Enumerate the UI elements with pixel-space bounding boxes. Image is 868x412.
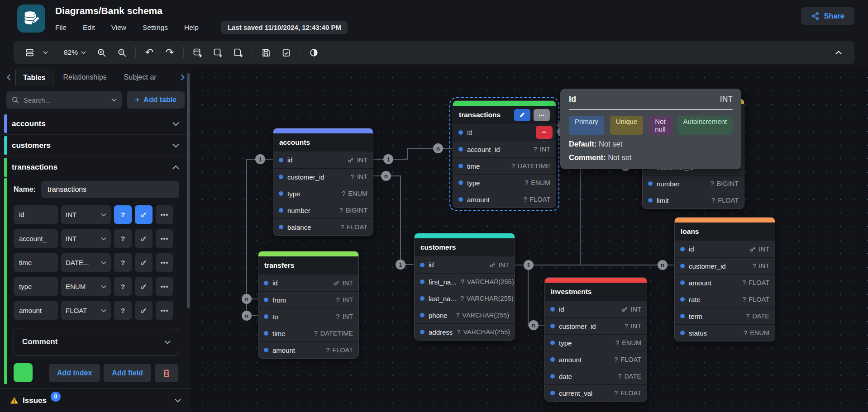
table-field-row[interactable]: amount?FLOAT (675, 274, 775, 291)
share-button[interactable]: Share (801, 7, 854, 25)
table-field-row[interactable]: type?ENUM (273, 185, 373, 202)
table-field-row[interactable]: type?ENUM (453, 174, 556, 191)
table-color-swatch[interactable] (14, 363, 33, 382)
zoom-in-button[interactable] (95, 46, 108, 59)
table-field-row[interactable]: amount?FLOAT (258, 341, 358, 358)
field-type-dropdown[interactable]: ENUM (61, 277, 111, 296)
diagram-canvas[interactable]: 1nn1nn11nnnn customer_id?INTnumber?BIGIN… (191, 68, 868, 412)
add-field-button[interactable]: Add field (104, 364, 151, 382)
add-index-button[interactable]: Add index (49, 364, 100, 382)
menu-item-file[interactable]: File (55, 24, 67, 32)
field-more-button[interactable]: ••• (156, 277, 173, 296)
collapse-toolbar-button[interactable] (832, 46, 845, 59)
table-title-bar[interactable]: investments (545, 283, 647, 301)
table-field-row[interactable]: number?BIGINT (273, 202, 373, 218)
primary-key-toggle[interactable] (135, 301, 153, 320)
table-field-row[interactable]: customer_id?INT (545, 317, 647, 334)
table-field-row[interactable]: current_val?FLOAT (545, 384, 647, 401)
field-type-dropdown[interactable]: FLOAT (61, 301, 111, 320)
primary-key-toggle[interactable] (135, 229, 153, 248)
table-field-row[interactable]: address?VARCHAR(255) (415, 323, 515, 340)
nullable-toggle[interactable]: ? (114, 301, 132, 320)
field-more-button[interactable]: ••• (156, 205, 173, 224)
field-name-input[interactable]: account_ (14, 229, 58, 248)
field-type-dropdown[interactable]: INT (61, 229, 111, 248)
table-field-row[interactable]: idINT (415, 256, 515, 273)
nullable-toggle[interactable]: ? (114, 205, 132, 224)
tab-tables[interactable]: Tables (15, 70, 53, 85)
field-more-button[interactable]: ••• (156, 229, 173, 248)
table-field-row[interactable]: date?DATE (545, 368, 647, 384)
table-field-row[interactable]: amount?FLOAT (545, 351, 647, 368)
sidebar-table-transactions[interactable]: transactions (0, 156, 191, 178)
field-name-input[interactable]: time (14, 253, 58, 272)
table-name-input[interactable] (41, 181, 179, 198)
table-field-row[interactable]: term?DATE (675, 308, 775, 324)
search-input[interactable] (24, 96, 91, 104)
table-field-row[interactable]: idINT (675, 241, 775, 257)
theme-contrast-button[interactable] (307, 46, 320, 59)
sidebar-scrollbar[interactable] (187, 73, 190, 308)
diagram-table-customers[interactable]: customersidINTfirst_na...?VARCHAR(255)la… (414, 233, 515, 341)
menu-item-edit[interactable]: Edit (83, 24, 95, 32)
field-name-input[interactable]: amount (14, 301, 58, 320)
table-field-row[interactable]: phone?VARCHAR(255) (415, 307, 515, 323)
tab-subject-ar[interactable]: Subject ar (117, 70, 160, 85)
layout-menu-button[interactable] (23, 46, 48, 59)
delete-field-button[interactable]: − (536, 126, 553, 139)
zoom-out-button[interactable] (115, 46, 129, 59)
tab-relationships[interactable]: Relationships (56, 70, 114, 85)
field-name-input[interactable]: type (14, 277, 58, 296)
primary-key-toggle[interactable] (135, 253, 153, 272)
nullable-toggle[interactable]: ? (114, 229, 132, 248)
add-note-button[interactable] (231, 46, 245, 59)
table-title-bar[interactable]: transfers (258, 256, 358, 275)
table-field-row[interactable]: amount?FLOAT (453, 191, 556, 208)
table-field-row[interactable]: rate?FLOAT (675, 291, 775, 308)
table-field-row[interactable]: time?DATETIME (453, 157, 556, 174)
diagram-table-loans[interactable]: loansidINTcustomer_id?INTamount?FLOATrat… (674, 217, 775, 341)
zoom-level-dropdown[interactable]: 82% (62, 48, 88, 57)
diagram-table-investments[interactable]: investmentsidINTcustomer_id?INTtype?ENUM… (544, 277, 647, 402)
table-search[interactable] (6, 91, 122, 109)
delete-table-button[interactable] (155, 364, 178, 382)
table-field-row[interactable]: limit?FLOAT (643, 192, 744, 208)
nullable-toggle[interactable]: ? (114, 253, 132, 272)
comment-collapsible[interactable]: Comment (14, 328, 179, 356)
table-title-bar[interactable]: customers (415, 238, 515, 256)
add-table-button[interactable]: + Add table (127, 91, 185, 109)
table-field-row[interactable]: type?ENUM (545, 334, 647, 351)
field-name-input[interactable]: id (14, 205, 58, 224)
table-field-row[interactable]: status?ENUM (675, 324, 775, 341)
edit-table-button[interactable] (514, 109, 530, 121)
table-field-row[interactable]: idINT (545, 301, 647, 317)
table-field-row[interactable]: balance?FLOAT (273, 218, 373, 235)
menu-item-view[interactable]: View (111, 24, 126, 32)
table-field-row[interactable]: idINT (258, 275, 358, 291)
primary-key-toggle[interactable] (135, 277, 153, 296)
undo-button[interactable]: ↶ (143, 46, 156, 59)
redo-button[interactable]: ↷ (163, 46, 176, 59)
field-more-button[interactable]: ••• (156, 253, 173, 272)
table-field-row[interactable]: id− (453, 124, 556, 141)
table-field-row[interactable]: first_na...?VARCHAR(255) (415, 273, 515, 290)
table-field-row[interactable]: idINT (273, 152, 373, 168)
diagram-table-accounts[interactable]: accountsidINTcustomer_id?INTtype?ENUMnum… (273, 128, 373, 236)
field-type-dropdown[interactable]: INT (61, 205, 111, 224)
add-table-tool-button[interactable] (191, 46, 204, 59)
table-field-row[interactable]: to?INT (258, 308, 358, 325)
todo-button[interactable] (279, 46, 293, 59)
table-title-bar[interactable]: accounts (273, 133, 373, 152)
nullable-toggle[interactable]: ? (114, 277, 132, 296)
table-title-bar[interactable]: transactions⋯ (453, 106, 556, 124)
tabs-scroll-left-icon[interactable] (4, 74, 14, 81)
table-field-row[interactable]: customer_id?INT (273, 168, 373, 185)
tabs-scroll-right-icon[interactable] (177, 74, 187, 81)
field-type-dropdown[interactable]: DATE... (61, 253, 111, 272)
menu-item-help[interactable]: Help (184, 24, 199, 32)
table-field-row[interactable]: number?BIGINT (643, 175, 744, 192)
table-field-row[interactable]: from?INT (258, 291, 358, 308)
sidebar-table-customers[interactable]: customers (0, 135, 191, 156)
issues-bar[interactable]: Issues 0 (0, 388, 191, 412)
primary-key-toggle[interactable] (135, 205, 153, 224)
